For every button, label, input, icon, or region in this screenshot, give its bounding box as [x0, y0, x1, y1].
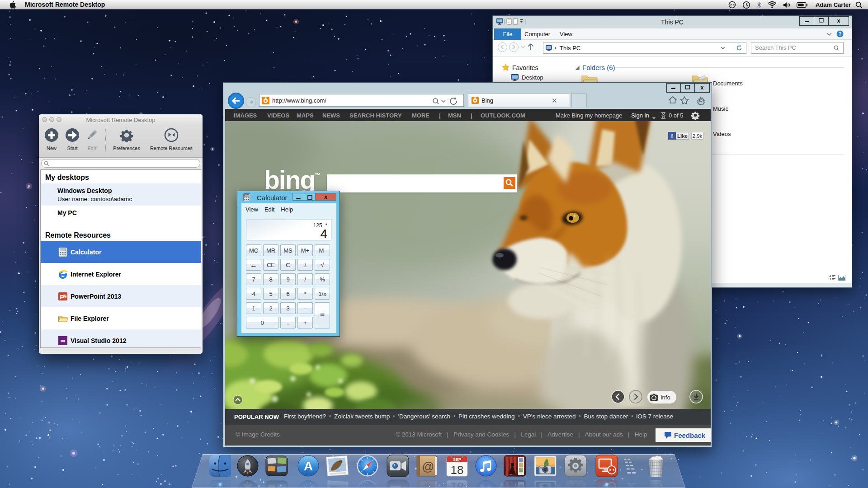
svg-text:SEP: SEP: [453, 457, 461, 462]
svg-text:?: ?: [839, 31, 842, 37]
svg-text:@: @: [422, 460, 434, 474]
svg-text:A: A: [304, 459, 313, 473]
svg-text:∞: ∞: [61, 336, 66, 344]
svg-text:18: 18: [451, 463, 464, 477]
